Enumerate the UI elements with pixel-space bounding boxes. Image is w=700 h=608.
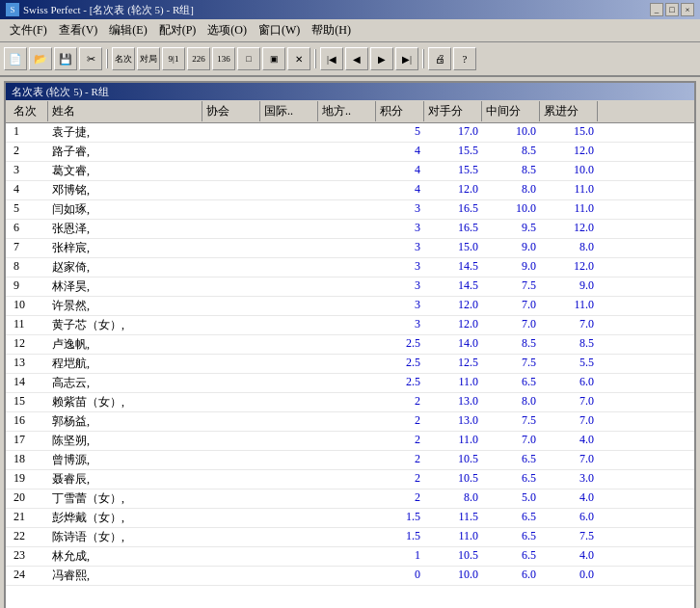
table-cell: 许景然, [48,297,202,315]
table-row[interactable]: 7张梓宸,315.09.08.0 [6,239,694,258]
tb1[interactable]: 名次 [112,47,135,70]
table-cell: 9.5 [482,220,540,238]
table-cell [260,278,318,296]
table-row[interactable]: 14高志云,2.511.06.56.0 [6,374,694,393]
table-row[interactable]: 8赵家倚,314.59.012.0 [6,258,694,278]
last-button[interactable]: ▶| [395,47,418,70]
table-row[interactable]: 17陈坚朔,211.07.04.0 [6,432,694,451]
table-cell [318,239,376,257]
save-button[interactable]: 💾 [54,47,77,70]
table-row[interactable]: 5闫如琢,316.510.011.0 [6,200,694,220]
tb3[interactable]: 9|1 [162,47,185,70]
maximize-button[interactable]: □ [665,3,679,16]
table-cell [202,123,260,142]
table-row[interactable]: 23林允成,110.56.54.0 [6,547,694,567]
table-cell: 5.0 [482,489,540,508]
tb4[interactable]: 226 [187,47,210,70]
table-cell: 2 [376,489,424,508]
table-row[interactable]: 12卢逸帆,2.514.08.58.5 [6,335,694,355]
table-cell [260,432,318,450]
table-cell: 冯睿熙, [48,567,202,585]
table-cell: 3.0 [540,470,598,489]
table-cell [318,162,376,180]
table-cell [202,200,260,219]
tb7[interactable]: ▣ [262,47,285,70]
table-cell: 闫如琢, [48,200,202,219]
table-row[interactable]: 21彭烨戴（女）,1.511.56.56.0 [6,509,694,528]
inner-window: 名次表 (轮次 5) - R组 名次 姓名 协会 国际.. 地方.. 积分 对手… [4,81,696,608]
open-button[interactable]: 📂 [29,47,52,70]
table-cell [260,181,318,199]
table-row[interactable]: 11黄子芯（女）,312.07.07.0 [6,316,694,335]
table-row[interactable]: 22陈诗语（女）,1.511.06.57.5 [6,528,694,547]
table-cell [318,509,376,527]
table-cell [318,316,376,334]
table-row[interactable]: 24冯睿熙,010.06.00.0 [6,567,694,586]
table-cell: 林允成, [48,547,202,566]
table-row[interactable]: 15赖紫苗（女）,213.08.07.0 [6,393,694,412]
col-assoc: 协会 [202,101,260,121]
table-cell: 高志云, [48,374,202,392]
menu-view[interactable]: 查看(V) [53,21,104,40]
minimize-button[interactable]: _ [650,3,663,16]
table-cell: 5 [10,200,48,219]
table-row[interactable]: 2路子睿,415.58.512.0 [6,143,694,162]
table-cell: 丁雪蕾（女）, [48,489,202,508]
menu-pair[interactable]: 配对(P) [153,21,202,40]
new-button[interactable]: 📄 [4,47,27,70]
tb5[interactable]: 136 [212,47,235,70]
print-button[interactable]: 🖨 [428,47,451,70]
table-row[interactable]: 1袁子捷,517.010.015.0 [6,123,694,143]
table-row[interactable]: 6张恩泽,316.59.512.0 [6,220,694,239]
close-button[interactable]: × [681,3,694,16]
table-cell: 8.0 [482,181,540,199]
first-button[interactable]: |◀ [320,47,343,70]
table-cell [318,489,376,508]
table-cell: 15.0 [540,123,598,142]
menu-edit[interactable]: 编辑(E) [103,21,152,40]
table-row[interactable]: 13程垲航,2.512.57.55.5 [6,355,694,374]
menu-window[interactable]: 窗口(W) [253,21,306,40]
table-row[interactable]: 16郭杨益,213.07.57.0 [6,412,694,432]
window-controls[interactable]: _ □ × [650,3,694,16]
table-cell: 聂睿辰, [48,470,202,489]
col-cum: 累进分 [540,101,598,121]
table-cell: 6.0 [540,509,598,527]
table-row[interactable]: 20丁雪蕾（女）,28.05.04.0 [6,489,694,509]
table-cell: 12.0 [540,220,598,238]
table-cell: 1 [10,123,48,142]
table-row[interactable]: 10许景然,312.07.011.0 [6,297,694,316]
table-cell [260,200,318,219]
tb6[interactable]: □ [237,47,260,70]
help-button[interactable]: ? [453,47,476,70]
table-cell: 7.0 [540,316,598,334]
menu-options[interactable]: 选项(O) [202,21,253,40]
table-row[interactable]: 4邓博铭,412.08.011.0 [6,181,694,200]
table-cell: 7 [10,239,48,257]
table-cell: 7.5 [540,528,598,546]
table-cell [318,123,376,142]
table-cell: 4 [376,162,424,180]
table-cell: 4.0 [540,432,598,450]
table-row[interactable]: 3葛文睿,415.58.510.0 [6,162,694,181]
cut-button[interactable]: ✂ [79,47,102,70]
table-row[interactable]: 9林泽昊,314.57.59.0 [6,278,694,297]
table-header: 名次 姓名 协会 国际.. 地方.. 积分 对手分 中间分 累进分 [6,100,694,123]
table-cell [260,316,318,334]
table-row[interactable]: 19聂睿辰,210.56.53.0 [6,470,694,489]
next-button[interactable]: ▶ [370,47,393,70]
prev-button[interactable]: ◀ [345,47,368,70]
table-cell [202,470,260,489]
table-cell [318,393,376,411]
table-cell: 2 [376,470,424,489]
table-cell [260,374,318,392]
separator-2 [314,49,316,68]
tb8[interactable]: ✕ [287,47,310,70]
table-cell: 9.0 [482,239,540,257]
tb2[interactable]: 对局 [137,47,160,70]
menu-help[interactable]: 帮助(H) [306,21,357,40]
menu-file[interactable]: 文件(F) [4,21,53,40]
table-row[interactable]: 18曾博源,210.56.57.0 [6,451,694,470]
table-cell: 3 [376,297,424,315]
table-cell: 张恩泽, [48,220,202,238]
